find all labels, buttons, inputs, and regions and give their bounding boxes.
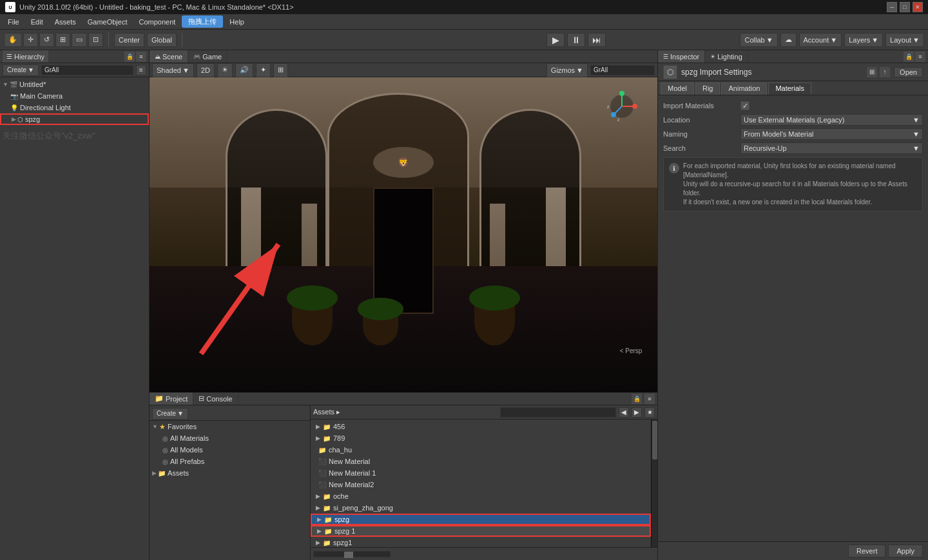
pause-button[interactable]: ⏸ [567,33,585,47]
inspector-lock-icon[interactable]: 🔒 [904,52,914,62]
files-search-input[interactable] [500,407,616,418]
folder-icon: 📁 [323,435,331,442]
revert-button[interactable]: Revert [848,545,885,557]
file-789[interactable]: ▶ 📁 789 [311,432,651,444]
scene-tab[interactable]: ⛰ Scene [150,50,188,63]
all-prefabs-item[interactable]: ◎ All Prefabs [150,456,310,467]
move-tool[interactable]: ✛ [23,33,38,47]
project-create-button[interactable]: Create ▼ [152,408,188,420]
gizmos-dropdown[interactable]: Gizmos ▼ [546,63,588,77]
2d-button[interactable]: 2D [197,63,215,77]
global-button[interactable]: Global [147,33,177,47]
hierarchy-item-untitled[interactable]: ▼ 🎬 Untitled* [0,79,149,90]
account-dropdown[interactable]: Account ▼ [799,33,842,47]
light-icon: 💡 [10,104,18,111]
lighting-tab[interactable]: ☀ Lighting [705,50,748,63]
step-button[interactable]: ⏭ [588,33,606,47]
hierarchy-create-button[interactable]: Create ▼ [3,64,39,76]
audio-button[interactable]: 🔊 [235,63,253,77]
files-back-icon[interactable]: ◀ [619,407,629,418]
hierarchy-item-directional-light[interactable]: 💡 Directional Light [0,102,149,113]
thumbnail-size-slider[interactable] [313,551,391,557]
inspector-icon-1[interactable]: ⊞ [867,67,877,77]
inspector-header-tabs: ☰ Inspector ☀ Lighting 🔒 ≡ [658,50,928,63]
scale-tool[interactable]: ⊞ [55,33,70,47]
minimize-button[interactable]: ─ [887,2,897,12]
file-spzg1[interactable]: ▶ 📁 spzg1 [311,537,651,547]
model-tab[interactable]: Model [661,82,694,95]
menu-component[interactable]: Component [133,17,180,27]
grid-button[interactable]: ⊞ [273,63,288,77]
hand-tool[interactable]: ✋ [4,33,22,47]
files-scrollbar[interactable] [651,420,657,547]
hierarchy-item-spzg[interactable]: ▶ ⬡ spzg [0,113,149,125]
hierarchy-tab[interactable]: ☰ Hierarchy [3,50,48,63]
menu-gameobject[interactable]: GameObject [82,17,133,27]
import-materials-checkbox[interactable]: ✓ [740,101,749,110]
hierarchy-icon: ☰ [6,53,12,60]
menu-edit[interactable]: Edit [26,17,48,27]
center-button[interactable]: Center [114,33,144,47]
hierarchy-item-main-camera[interactable]: 📷 Main Camera [0,90,149,102]
animation-tab[interactable]: Animation [721,82,767,95]
transform-tool[interactable]: ⊡ [88,33,103,47]
file-spzg[interactable]: ▶ 📁 spzg [311,514,651,525]
hierarchy-lock-icon[interactable]: 🔒 [124,52,135,62]
close-button[interactable]: ✕ [913,2,923,12]
rotate-tool[interactable]: ↺ [39,33,54,47]
inspector-menu-icon[interactable]: ≡ [915,52,925,62]
toolbar: ✋ ✛ ↺ ⊞ ▭ ⊡ Center Global ▶ ⏸ ⏭ Collab ▼… [0,30,928,50]
menu-assets[interactable]: Assets [50,17,81,27]
effects-button[interactable]: ✦ [256,63,271,77]
files-forward-icon[interactable]: ▶ [632,407,642,418]
file-new-material-2[interactable]: ⬛ New Material2 [311,479,651,490]
layout-dropdown[interactable]: Layout ▼ [885,33,924,47]
cloud-button[interactable]: ☁ [780,33,797,47]
scene-search-input[interactable] [590,65,655,75]
rig-tab[interactable]: Rig [695,82,720,95]
materials-tab[interactable]: Materials [768,82,811,95]
apply-button[interactable]: Apply [888,545,923,557]
lighting-button[interactable]: ☀ [217,63,233,77]
hierarchy-search-button[interactable]: ≡ [136,65,146,75]
naming-dropdown[interactable]: From Model's Material ▼ [740,128,923,140]
assets-header[interactable]: ▶ 📁 Assets [150,467,310,479]
bottom-menu-icon[interactable]: ≡ [644,394,655,404]
favorites-header[interactable]: ▼ ★ Favorites [150,421,310,432]
maximize-button[interactable]: □ [900,2,910,12]
svg-point-6 [611,112,616,117]
file-cha-hu[interactable]: 📁 cha_hu [311,444,651,456]
scene-view[interactable]: 🦁 [150,77,657,392]
file-new-material-1[interactable]: ⬛ New Material 1 [311,467,651,479]
search-dropdown[interactable]: Recursive-Up ▼ [740,142,923,154]
file-new-material[interactable]: ⬛ New Material [311,456,651,467]
collab-dropdown[interactable]: Collab ▼ [740,33,777,47]
file-si-peng[interactable]: ▶ 📁 si_peng_zha_gong [311,502,651,514]
file-oche[interactable]: ▶ 📁 oche [311,490,651,502]
menu-help[interactable]: Help [224,17,249,27]
game-tab[interactable]: 🎮 Game [188,50,227,63]
shaded-dropdown[interactable]: Shaded ▼ [152,63,194,77]
slider-thumb[interactable] [344,552,353,558]
files-scrollbar-thumb[interactable] [652,421,657,459]
hierarchy-search-input[interactable] [41,65,133,75]
hierarchy-menu-icon[interactable]: ≡ [136,52,146,62]
console-tab[interactable]: ⊟ Console [193,392,238,405]
open-button[interactable]: Open [894,67,923,77]
upload-button[interactable]: 拖拽上传 [182,15,223,28]
location-dropdown[interactable]: Use External Materials (Legacy) ▼ [740,114,923,126]
file-spzg-1[interactable]: ▶ 📁 spzg 1 [311,525,651,537]
project-tab-icon: 📁 [155,394,164,403]
menu-file[interactable]: File [3,17,24,27]
file-456[interactable]: ▶ 📁 456 [311,421,651,432]
play-button[interactable]: ▶ [546,33,565,47]
project-tab[interactable]: 📁 Project [150,392,193,405]
inspector-tab[interactable]: ☰ Inspector [658,50,705,63]
files-star-icon[interactable]: ★ [644,407,655,418]
layers-dropdown[interactable]: Layers ▼ [844,33,883,47]
all-models-item[interactable]: ◎ All Models [150,444,310,456]
bottom-lock-icon[interactable]: 🔒 [632,394,642,404]
inspector-icon-2[interactable]: ↑ [880,67,890,77]
all-materials-item[interactable]: ◎ All Materials [150,432,310,444]
rect-tool[interactable]: ▭ [72,33,87,47]
